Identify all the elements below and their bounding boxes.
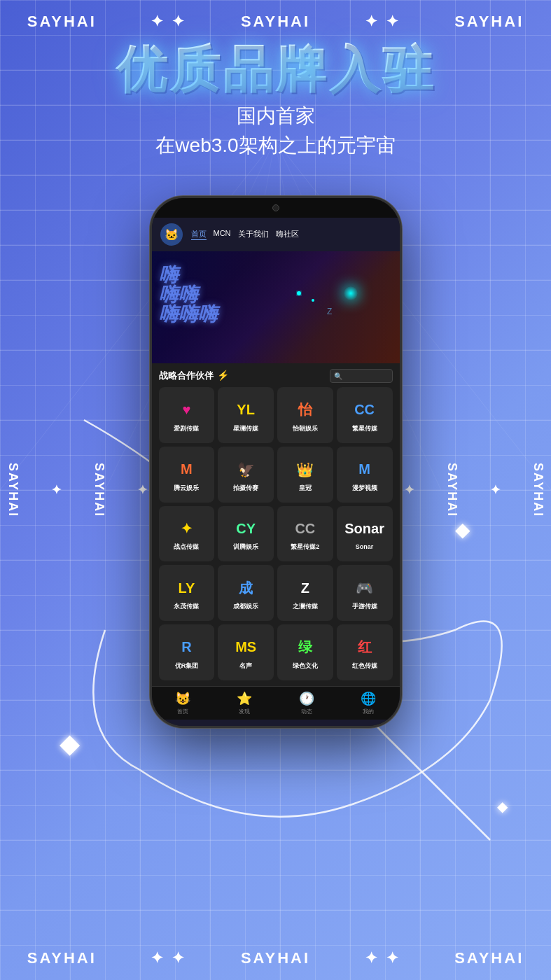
sayhai-label3: SAYHAI bbox=[454, 13, 524, 31]
home-icon: 😺 bbox=[175, 691, 190, 706]
partner-icon-10: CY bbox=[233, 516, 258, 541]
sayhai-bot-1: SAYHAI bbox=[27, 949, 97, 967]
sparkle-2: ◆ bbox=[60, 728, 80, 759]
partner-card-5[interactable]: M腾云娱乐 bbox=[159, 447, 215, 503]
globe-icon: 🌐 bbox=[361, 691, 376, 706]
partner-card-12[interactable]: SonarSonar bbox=[337, 506, 393, 562]
partner-card-10[interactable]: CY训腾娱乐 bbox=[218, 506, 274, 562]
home-label: 首页 bbox=[177, 708, 188, 715]
partner-icon-4: CC bbox=[352, 398, 377, 423]
sayhai-top-strip: SAYHAI ✦ ✦ SAYHAI ✦ ✦ SAYHAI bbox=[0, 13, 551, 31]
partner-card-4[interactable]: CC繁星传媒 bbox=[337, 387, 393, 443]
partner-card-11[interactable]: CC繁星传媒2 bbox=[277, 506, 333, 562]
partner-name-3: 怡朝娱乐 bbox=[293, 425, 318, 433]
sayhai-top-sep2: ✦ ✦ bbox=[365, 13, 400, 31]
partner-card-17[interactable]: R优R集团 bbox=[159, 624, 215, 680]
partner-card-14[interactable]: 成成都娱乐 bbox=[218, 565, 274, 621]
partner-name-6: 拍摄传赛 bbox=[233, 484, 258, 492]
sayhai-top-sep1: ✦ ✦ bbox=[151, 13, 186, 31]
partner-name-10: 训腾娱乐 bbox=[233, 543, 258, 551]
partner-card-19[interactable]: 绿绿色文化 bbox=[277, 624, 333, 680]
camera-dot bbox=[272, 204, 279, 211]
partner-name-19: 绿色文化 bbox=[293, 662, 318, 670]
partner-name-14: 成都娱乐 bbox=[233, 603, 258, 610]
bottom-nav-discover[interactable]: ⭐ 发现 bbox=[237, 691, 252, 715]
app-navbar: 🐱 首页 MCN 关于我们 嗨社区 bbox=[152, 218, 400, 251]
svg-text:Z: Z bbox=[327, 307, 332, 316]
nav-mcn[interactable]: MCN bbox=[214, 229, 231, 240]
partner-icon-13: LY bbox=[174, 575, 199, 601]
partners-header: 战略合作伙伴 ⚡ 🔍 bbox=[159, 369, 393, 383]
phone-top-bar bbox=[152, 198, 400, 218]
clock-icon: 🕐 bbox=[299, 691, 314, 706]
partner-card-6[interactable]: 🦅拍摄传赛 bbox=[218, 447, 274, 503]
partner-icon-15: Z bbox=[293, 575, 318, 601]
header-section: 优质品牌入驻 国内首家 在web3.0架构之上的元宇宙 bbox=[38, 42, 514, 159]
partner-name-18: 名声 bbox=[239, 662, 252, 670]
sayhai-right-star2: ✦ bbox=[401, 482, 417, 498]
partner-name-15: 之澜传媒 bbox=[293, 603, 318, 610]
partner-card-18[interactable]: MS名声 bbox=[218, 624, 274, 680]
svg-point-29 bbox=[297, 291, 301, 295]
partner-name-4: 繁星传媒 bbox=[352, 425, 377, 433]
app-logo-icon: 🐱 bbox=[165, 228, 179, 241]
partner-card-8[interactable]: M漫梦视频 bbox=[337, 447, 393, 503]
partner-card-7[interactable]: 👑皇冠 bbox=[277, 447, 333, 503]
sayhai-right-1: SAYHAI bbox=[531, 463, 545, 517]
partner-name-17: 优R集团 bbox=[175, 662, 199, 670]
partners-grid: ♥爱剧传媒YL星澜传媒怡怡朝娱乐CC繁星传媒M腾云娱乐🦅拍摄传赛👑皇冠M漫梦视频… bbox=[159, 387, 393, 680]
nav-about[interactable]: 关于我们 bbox=[238, 229, 269, 240]
sayhai-right-star: ✦ bbox=[487, 482, 503, 498]
partner-card-3[interactable]: 怡怡朝娱乐 bbox=[277, 387, 333, 443]
partner-name-20: 红色传媒 bbox=[352, 662, 377, 670]
sayhai-bot-label2: SAYHAI bbox=[241, 949, 310, 967]
sayhai-top-3: SAYHAI bbox=[454, 13, 524, 31]
partner-icon-3: 怡 bbox=[293, 398, 318, 423]
sayhai-left-star4: ✦ bbox=[48, 482, 64, 498]
partners-search-box[interactable]: 🔍 bbox=[330, 369, 393, 383]
phone-frame: 🐱 首页 MCN 关于我们 嗨社区 嗨嗨嗨嗨嗨嗨 bbox=[150, 196, 402, 728]
hero-banner: 嗨嗨嗨嗨嗨嗨 Z bbox=[152, 251, 400, 363]
partners-icon: ⚡ bbox=[217, 370, 229, 381]
sayhai-bot-3: SAYHAI bbox=[454, 949, 524, 967]
sayhai-bot-2: SAYHAI bbox=[241, 949, 310, 967]
partner-icon-7: 👑 bbox=[293, 457, 318, 482]
subtitle-1: 国内首家 bbox=[38, 103, 514, 130]
partner-icon-6: 🦅 bbox=[233, 457, 258, 482]
partner-card-13[interactable]: LY永茂传媒 bbox=[159, 565, 215, 621]
app-nav-links: 首页 MCN 关于我们 嗨社区 bbox=[191, 229, 299, 240]
bottom-nav-profile[interactable]: 🌐 我的 bbox=[361, 691, 376, 715]
partner-name-7: 皇冠 bbox=[299, 484, 312, 492]
sayhai-bot-sep2: ✦ ✦ bbox=[365, 949, 400, 967]
partners-section: 战略合作伙伴 ⚡ 🔍 ♥爱剧传媒YL星澜传媒怡怡朝娱乐CC繁星传媒M腾云娱乐🦅拍… bbox=[152, 363, 400, 686]
bottom-nav-activity[interactable]: 🕐 动态 bbox=[299, 691, 314, 715]
phone-mockup: 🐱 首页 MCN 关于我们 嗨社区 嗨嗨嗨嗨嗨嗨 bbox=[150, 196, 402, 728]
partner-name-16: 手游传媒 bbox=[352, 603, 377, 610]
subtitle-2: 在web3.0架构之上的元宇宙 bbox=[38, 132, 514, 159]
partner-card-9[interactable]: ✦战点传媒 bbox=[159, 506, 215, 562]
partner-icon-8: M bbox=[352, 457, 377, 482]
partner-icon-5: M bbox=[174, 457, 199, 482]
partner-card-2[interactable]: YL星澜传媒 bbox=[218, 387, 274, 443]
activity-label: 动态 bbox=[301, 708, 312, 715]
partner-card-15[interactable]: Z之澜传媒 bbox=[277, 565, 333, 621]
partner-name-5: 腾云娱乐 bbox=[174, 484, 199, 492]
search-icon: 🔍 bbox=[334, 372, 342, 380]
sayhai-label: SAYHAI bbox=[27, 13, 97, 31]
partner-icon-20: 红 bbox=[352, 635, 377, 660]
partner-name-2: 星澜传媒 bbox=[233, 425, 258, 433]
partner-icon-12: Sonar bbox=[352, 516, 377, 541]
sayhai-left-5: SAYHAI bbox=[6, 463, 20, 517]
partner-icon-19: 绿 bbox=[293, 635, 318, 660]
partner-card-20[interactable]: 红红色传媒 bbox=[337, 624, 393, 680]
partner-card-1[interactable]: ♥爱剧传媒 bbox=[159, 387, 215, 443]
bottom-nav-home[interactable]: 😺 首页 bbox=[175, 691, 190, 715]
sayhai-left-star3: ✦ bbox=[134, 482, 150, 498]
nav-community[interactable]: 嗨社区 bbox=[276, 229, 299, 240]
nav-home[interactable]: 首页 bbox=[191, 229, 207, 240]
star-icon: ⭐ bbox=[237, 691, 252, 706]
partner-icon-18: MS bbox=[233, 635, 258, 660]
partner-icon-2: YL bbox=[233, 398, 258, 423]
app-logo: 🐱 bbox=[160, 223, 183, 246]
partner-card-16[interactable]: 🎮手游传媒 bbox=[337, 565, 393, 621]
